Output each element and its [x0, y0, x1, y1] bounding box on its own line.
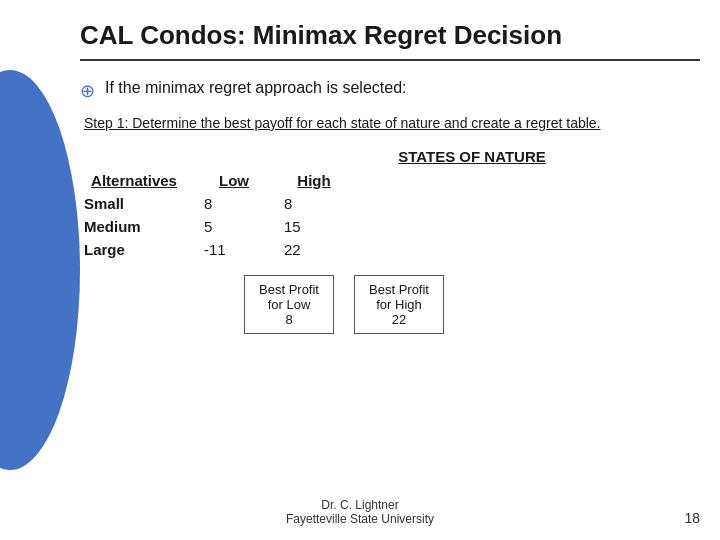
best-profit-low-value: 8	[285, 312, 292, 327]
row-2-low: -11	[204, 238, 284, 261]
bullet-icon: ⊕	[80, 80, 95, 102]
row-1-low: 5	[204, 215, 284, 238]
footer: Dr. C. Lightner Fayetteville State Unive…	[0, 498, 720, 526]
best-profit-low-line2: for Low	[268, 297, 311, 312]
row-1-high: 15	[284, 215, 364, 238]
row-1-alt: Medium	[84, 215, 204, 238]
col-header-alternatives: Alternatives	[84, 169, 204, 192]
best-profit-row: Best Profit for Low 8 Best Profit for Hi…	[244, 275, 700, 334]
footer-line1: Dr. C. Lightner	[321, 498, 398, 512]
col-header-low: Low	[204, 169, 284, 192]
col-header-high: High	[284, 169, 364, 192]
table-row: Medium 5 15	[84, 215, 364, 238]
title-divider	[80, 59, 700, 61]
row-2-high: 22	[284, 238, 364, 261]
row-0-alt: Small	[84, 192, 204, 215]
row-0-low: 8	[204, 192, 284, 215]
step-text: Step 1: Determine the best payoff for ea…	[84, 114, 700, 134]
page-title: CAL Condos: Minimax Regret Decision	[80, 20, 700, 51]
best-profit-high-line1: Best Profit	[369, 282, 429, 297]
row-2-alt: Large	[84, 238, 204, 261]
main-content: CAL Condos: Minimax Regret Decision ⊕ If…	[80, 20, 700, 520]
table-header-row: Alternatives Low High	[84, 169, 364, 192]
best-profit-low-line1: Best Profit	[259, 282, 319, 297]
best-profit-low-box: Best Profit for Low 8	[244, 275, 334, 334]
data-table: Alternatives Low High Small 8 8 Medium 5…	[84, 169, 364, 261]
footer-line2: Fayetteville State University	[286, 512, 434, 526]
table-row: Large -11 22	[84, 238, 364, 261]
table-row: Small 8 8	[84, 192, 364, 215]
left-circle-decoration	[0, 70, 80, 470]
bullet-text: If the minimax regret approach is select…	[105, 79, 406, 97]
bullet-row: ⊕ If the minimax regret approach is sele…	[80, 79, 700, 102]
row-0-high: 8	[284, 192, 364, 215]
best-profit-high-value: 22	[392, 312, 406, 327]
page-number: 18	[684, 510, 700, 526]
best-profit-high-box: Best Profit for High 22	[354, 275, 444, 334]
table-area: STATES OF NATURE Alternatives Low High S…	[84, 148, 700, 334]
states-of-nature-header: STATES OF NATURE	[244, 148, 700, 165]
best-profit-high-line2: for High	[376, 297, 422, 312]
